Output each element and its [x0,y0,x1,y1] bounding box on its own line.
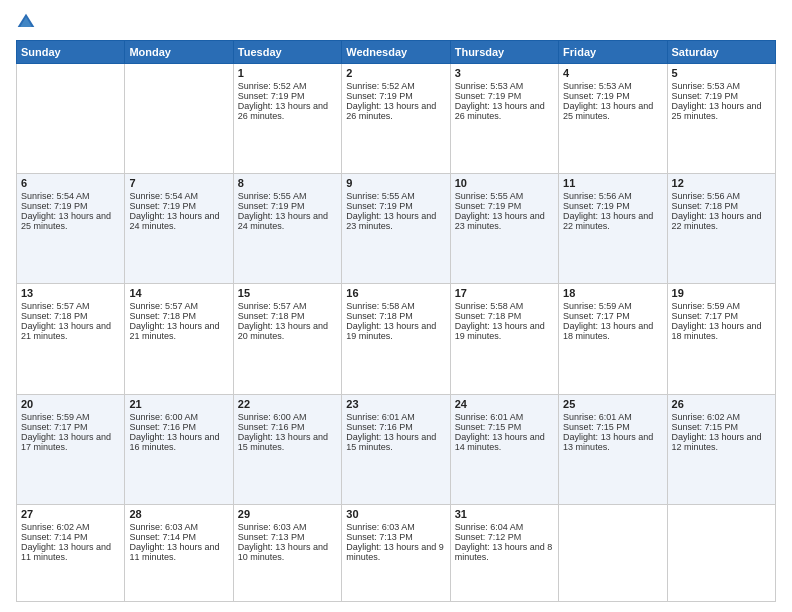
col-wednesday: Wednesday [342,41,450,64]
col-saturday: Saturday [667,41,775,64]
table-row: 29Sunrise: 6:03 AMSunset: 7:13 PMDayligh… [233,504,341,601]
sunrise-text: Sunrise: 5:54 AM [129,191,228,201]
sunrise-text: Sunrise: 6:03 AM [129,522,228,532]
table-row: 23Sunrise: 6:01 AMSunset: 7:16 PMDayligh… [342,394,450,504]
table-row: 5Sunrise: 5:53 AMSunset: 7:19 PMDaylight… [667,64,775,174]
calendar-week-row: 1Sunrise: 5:52 AMSunset: 7:19 PMDaylight… [17,64,776,174]
sunrise-text: Sunrise: 5:56 AM [563,191,662,201]
daylight-text: Daylight: 13 hours and 15 minutes. [346,432,445,452]
sunset-text: Sunset: 7:16 PM [129,422,228,432]
sunset-text: Sunset: 7:18 PM [129,311,228,321]
daylight-text: Daylight: 13 hours and 12 minutes. [672,432,771,452]
daylight-text: Daylight: 13 hours and 24 minutes. [129,211,228,231]
table-row [17,64,125,174]
daylight-text: Daylight: 13 hours and 25 minutes. [672,101,771,121]
table-row: 18Sunrise: 5:59 AMSunset: 7:17 PMDayligh… [559,284,667,394]
sunset-text: Sunset: 7:19 PM [455,201,554,211]
sunrise-text: Sunrise: 5:59 AM [563,301,662,311]
sunrise-text: Sunrise: 5:56 AM [672,191,771,201]
daylight-text: Daylight: 13 hours and 26 minutes. [455,101,554,121]
day-number: 23 [346,398,445,410]
sunrise-text: Sunrise: 6:02 AM [672,412,771,422]
sunrise-text: Sunrise: 5:55 AM [238,191,337,201]
table-row: 19Sunrise: 5:59 AMSunset: 7:17 PMDayligh… [667,284,775,394]
sunrise-text: Sunrise: 6:01 AM [455,412,554,422]
day-number: 3 [455,67,554,79]
table-row: 16Sunrise: 5:58 AMSunset: 7:18 PMDayligh… [342,284,450,394]
daylight-text: Daylight: 13 hours and 8 minutes. [455,542,554,562]
day-number: 17 [455,287,554,299]
table-row: 24Sunrise: 6:01 AMSunset: 7:15 PMDayligh… [450,394,558,504]
calendar-week-row: 13Sunrise: 5:57 AMSunset: 7:18 PMDayligh… [17,284,776,394]
sunset-text: Sunset: 7:19 PM [21,201,120,211]
sunset-text: Sunset: 7:17 PM [21,422,120,432]
day-number: 28 [129,508,228,520]
daylight-text: Daylight: 13 hours and 18 minutes. [563,321,662,341]
sunset-text: Sunset: 7:18 PM [238,311,337,321]
day-number: 15 [238,287,337,299]
sunset-text: Sunset: 7:13 PM [346,532,445,542]
day-number: 10 [455,177,554,189]
table-row: 9Sunrise: 5:55 AMSunset: 7:19 PMDaylight… [342,174,450,284]
daylight-text: Daylight: 13 hours and 21 minutes. [21,321,120,341]
daylight-text: Daylight: 13 hours and 25 minutes. [563,101,662,121]
table-row: 26Sunrise: 6:02 AMSunset: 7:15 PMDayligh… [667,394,775,504]
table-row: 31Sunrise: 6:04 AMSunset: 7:12 PMDayligh… [450,504,558,601]
sunset-text: Sunset: 7:19 PM [563,91,662,101]
day-number: 9 [346,177,445,189]
sunset-text: Sunset: 7:19 PM [346,201,445,211]
daylight-text: Daylight: 13 hours and 20 minutes. [238,321,337,341]
sunset-text: Sunset: 7:15 PM [563,422,662,432]
day-number: 25 [563,398,662,410]
table-row [667,504,775,601]
sunset-text: Sunset: 7:17 PM [672,311,771,321]
sunset-text: Sunset: 7:13 PM [238,532,337,542]
table-row: 15Sunrise: 5:57 AMSunset: 7:18 PMDayligh… [233,284,341,394]
daylight-text: Daylight: 13 hours and 16 minutes. [129,432,228,452]
sunset-text: Sunset: 7:16 PM [238,422,337,432]
day-number: 5 [672,67,771,79]
table-row: 1Sunrise: 5:52 AMSunset: 7:19 PMDaylight… [233,64,341,174]
table-row: 28Sunrise: 6:03 AMSunset: 7:14 PMDayligh… [125,504,233,601]
col-monday: Monday [125,41,233,64]
day-number: 12 [672,177,771,189]
sunset-text: Sunset: 7:18 PM [455,311,554,321]
daylight-text: Daylight: 13 hours and 11 minutes. [21,542,120,562]
logo [16,12,40,32]
day-number: 7 [129,177,228,189]
table-row: 2Sunrise: 5:52 AMSunset: 7:19 PMDaylight… [342,64,450,174]
table-row: 11Sunrise: 5:56 AMSunset: 7:19 PMDayligh… [559,174,667,284]
day-number: 21 [129,398,228,410]
day-number: 13 [21,287,120,299]
calendar-table: Sunday Monday Tuesday Wednesday Thursday… [16,40,776,602]
day-number: 24 [455,398,554,410]
daylight-text: Daylight: 13 hours and 22 minutes. [563,211,662,231]
table-row: 30Sunrise: 6:03 AMSunset: 7:13 PMDayligh… [342,504,450,601]
sunrise-text: Sunrise: 5:59 AM [21,412,120,422]
sunset-text: Sunset: 7:18 PM [21,311,120,321]
daylight-text: Daylight: 13 hours and 13 minutes. [563,432,662,452]
day-number: 20 [21,398,120,410]
day-number: 31 [455,508,554,520]
sunrise-text: Sunrise: 5:53 AM [672,81,771,91]
sunrise-text: Sunrise: 5:57 AM [21,301,120,311]
table-row: 27Sunrise: 6:02 AMSunset: 7:14 PMDayligh… [17,504,125,601]
sunset-text: Sunset: 7:19 PM [672,91,771,101]
day-number: 29 [238,508,337,520]
table-row: 6Sunrise: 5:54 AMSunset: 7:19 PMDaylight… [17,174,125,284]
day-number: 8 [238,177,337,189]
sunset-text: Sunset: 7:18 PM [346,311,445,321]
table-row: 25Sunrise: 6:01 AMSunset: 7:15 PMDayligh… [559,394,667,504]
sunset-text: Sunset: 7:19 PM [455,91,554,101]
table-row: 3Sunrise: 5:53 AMSunset: 7:19 PMDaylight… [450,64,558,174]
day-number: 18 [563,287,662,299]
day-number: 11 [563,177,662,189]
logo-icon [16,12,36,32]
sunrise-text: Sunrise: 5:57 AM [238,301,337,311]
daylight-text: Daylight: 13 hours and 24 minutes. [238,211,337,231]
sunrise-text: Sunrise: 6:01 AM [563,412,662,422]
day-number: 16 [346,287,445,299]
daylight-text: Daylight: 13 hours and 26 minutes. [238,101,337,121]
day-number: 4 [563,67,662,79]
table-row [125,64,233,174]
